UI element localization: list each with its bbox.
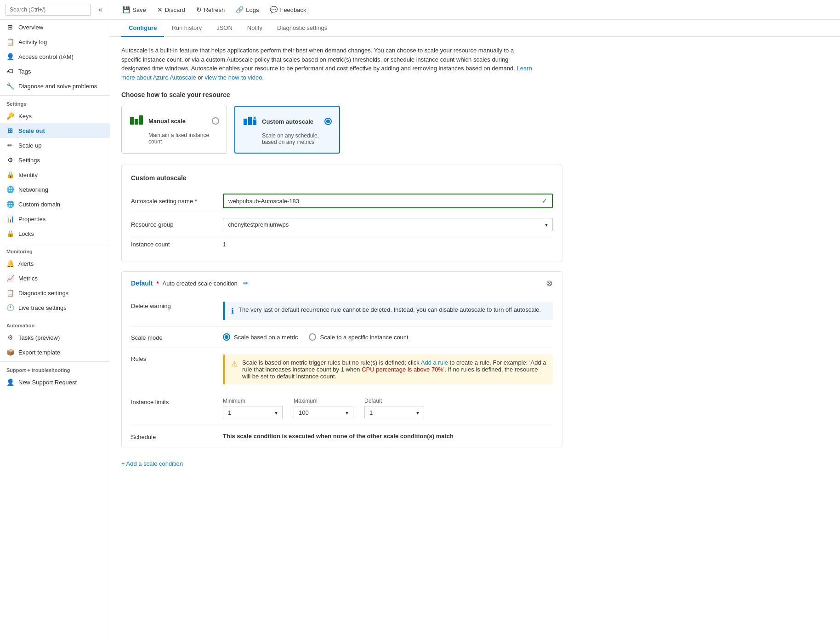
default-section-panel: Default * Auto created scale condition ✏… (121, 271, 562, 447)
sidebar-item-networking[interactable]: 🌐 Networking (0, 182, 110, 197)
save-button[interactable]: 💾 Save (118, 4, 151, 16)
svg-rect-3 (244, 119, 247, 125)
tags-icon: 🏷 (6, 68, 14, 75)
rules-warning-box: ⚠ Scale is based on metric trigger rules… (223, 354, 553, 384)
sidebar-item-keys[interactable]: 🔑 Keys (0, 109, 110, 123)
tab-json[interactable]: JSON (209, 20, 240, 37)
sidebar-item-properties[interactable]: 📊 Properties (0, 211, 110, 226)
tab-diagnostic[interactable]: Diagnostic settings (270, 20, 335, 37)
resource-group-row: Resource group chenyltestpremiumwps (131, 213, 553, 236)
sidebar-item-diagnostic-settings[interactable]: 📋 Diagnostic settings (0, 286, 110, 300)
search-input[interactable] (6, 4, 91, 16)
scale-metric-option[interactable]: Scale based on a metric (223, 333, 298, 341)
chevron-down-icon (545, 221, 548, 228)
autoscale-description: Autoscale is a built-in feature that hel… (121, 46, 535, 82)
maximum-select[interactable]: 100 (294, 406, 353, 419)
tab-bar: Configure Run history JSON Notify Diagno… (110, 20, 840, 37)
sidebar-item-identity[interactable]: 🔒 Identity (0, 167, 110, 182)
custom-autoscale-desc: Scale on any schedule, based on any metr… (243, 132, 332, 145)
sidebar-item-access-control[interactable]: 👤 Access control (IAM) (0, 49, 110, 64)
delete-warning-label: Delete warning (131, 302, 223, 309)
maximum-label: Maximum (294, 398, 353, 404)
scale-mode-row: Scale mode Scale based on a metric Scale… (131, 327, 553, 348)
svg-rect-1 (135, 119, 138, 125)
sidebar-item-locks[interactable]: 🔒 Locks (0, 226, 110, 241)
minimum-label: Minimum (223, 398, 283, 404)
scale-instance-radio[interactable] (309, 333, 316, 341)
warning-icon: ⚠ (231, 360, 238, 368)
add-rule-link[interactable]: Add a rule (421, 359, 448, 366)
sidebar-item-diagnose[interactable]: 🔧 Diagnose and solve problems (0, 79, 110, 93)
settings-section: Settings (0, 95, 110, 109)
logs-button[interactable]: 🔗 Logs (231, 4, 263, 16)
alerts-icon: 🔔 (6, 260, 14, 267)
sidebar-item-settings[interactable]: ⚙ Settings (0, 153, 110, 167)
sidebar-item-export-template[interactable]: 📦 Export template (0, 345, 110, 360)
sidebar-item-live-trace[interactable]: 🕐 Live trace settings (0, 300, 110, 315)
export-template-icon: 📦 (6, 349, 14, 356)
disable-icon[interactable]: ⊗ (546, 278, 553, 288)
sidebar-item-tasks[interactable]: ⚙ Tasks (preview) (0, 330, 110, 345)
scale-instance-option[interactable]: Scale to a specific instance count (309, 333, 408, 341)
save-icon: 💾 (122, 6, 130, 13)
sidebar-item-metrics[interactable]: 📈 Metrics (0, 271, 110, 286)
minimum-select[interactable]: 1 (223, 406, 283, 419)
sidebar-item-overview[interactable]: ⊞ Overview (0, 20, 110, 34)
sidebar-item-scale-up[interactable]: ✏ Scale up (0, 138, 110, 153)
autoscale-name-row: Autoscale setting name * webpubsub-Autos… (131, 189, 553, 213)
add-scale-condition-button[interactable]: + Add a scale condition (121, 457, 829, 471)
sidebar-item-alerts[interactable]: 🔔 Alerts (0, 256, 110, 271)
refresh-button[interactable]: ↻ Refresh (192, 4, 230, 16)
custom-autoscale-card[interactable]: Custom autoscale Scale on any schedule, … (234, 106, 340, 154)
manual-scale-card[interactable]: Manual scale Maintain a fixed instance c… (121, 106, 227, 154)
default-title: Default (131, 280, 153, 287)
autoscale-name-label: Autoscale setting name * (131, 198, 223, 205)
custom-autoscale-icon (243, 114, 257, 129)
collapse-icon[interactable]: « (96, 4, 104, 16)
automation-section: Automation (0, 317, 110, 330)
info-icon: ℹ (231, 307, 234, 315)
edit-icon[interactable]: ✏ (243, 280, 249, 287)
scale-mode-label: Scale mode (131, 333, 223, 341)
sidebar-item-activity-log[interactable]: 📋 Activity log (0, 34, 110, 49)
networking-icon: 🌐 (6, 186, 14, 193)
scale-metric-radio[interactable] (223, 333, 230, 341)
discard-icon: ✕ (157, 6, 163, 13)
feedback-button[interactable]: 💬 Feedback (265, 4, 311, 16)
monitoring-section: Monitoring (0, 243, 110, 256)
tab-configure[interactable]: Configure (121, 20, 164, 37)
schedule-text: This scale condition is executed when no… (223, 433, 454, 440)
tab-run-history[interactable]: Run history (164, 20, 209, 37)
default-select[interactable]: 1 (364, 406, 424, 419)
settings-icon: ⚙ (6, 156, 14, 164)
discard-button[interactable]: ✕ Discard (153, 4, 190, 16)
diagnostic-settings-icon: 📋 (6, 289, 14, 297)
instance-count-label: Instance count (131, 241, 223, 248)
identity-icon: 🔒 (6, 171, 14, 178)
required-star: * (156, 280, 159, 287)
resource-group-label: Resource group (131, 221, 223, 228)
scale-out-icon: ⊞ (6, 127, 14, 134)
svg-rect-4 (248, 117, 252, 125)
resource-group-select[interactable]: chenyltestpremiumwps (223, 218, 553, 231)
sidebar-item-custom-domain[interactable]: 🌐 Custom domain (0, 197, 110, 211)
new-support-icon: 👤 (6, 378, 14, 386)
custom-domain-icon: 🌐 (6, 200, 14, 208)
manual-scale-icon (129, 114, 144, 128)
tab-notify[interactable]: Notify (240, 20, 270, 37)
how-to-video-link[interactable]: view the how-to video (204, 74, 262, 81)
sidebar-item-tags[interactable]: 🏷 Tags (0, 64, 110, 79)
checkmark-icon: ✓ (542, 197, 547, 205)
sidebar-item-scale-out[interactable]: ⊞ Scale out (0, 123, 110, 138)
autoscale-name-input[interactable]: webpubsub-Autoscale-183 ✓ (223, 194, 553, 208)
rules-row: Rules ⚠ Scale is based on metric trigger… (131, 348, 553, 391)
instance-limits-label: Instance limits (131, 398, 223, 406)
default-subtitle: Auto created scale condition (163, 280, 238, 287)
instance-limits: Minimum 1 Maximum 100 (223, 398, 553, 419)
manual-scale-radio[interactable] (212, 117, 219, 125)
minimum-chevron-icon (275, 409, 278, 416)
custom-autoscale-radio[interactable] (324, 118, 332, 125)
sidebar-item-new-support[interactable]: 👤 New Support Request (0, 375, 110, 389)
manual-scale-title: Manual scale (148, 118, 186, 125)
default-body: Delete warning ℹ The very last or defaul… (122, 295, 562, 447)
